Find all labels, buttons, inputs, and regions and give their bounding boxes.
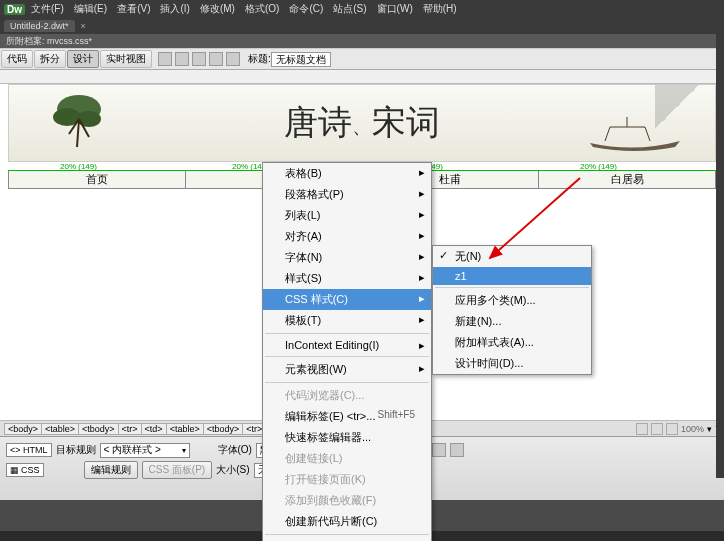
arrow-annotation bbox=[470, 170, 590, 270]
ctx-item-2[interactable]: 列表(L)▸ bbox=[263, 205, 431, 226]
view-design-button[interactable]: 设计 bbox=[67, 50, 99, 68]
target-rule-select[interactable]: < 内联样式 >▾ bbox=[100, 443, 190, 458]
nav-cell-home[interactable]: 首页 bbox=[9, 171, 186, 189]
svg-line-4 bbox=[490, 178, 580, 258]
banner-title-a: 唐诗 bbox=[284, 104, 352, 141]
menu-edit[interactable]: 编辑(E) bbox=[70, 2, 111, 16]
close-tab-icon[interactable]: × bbox=[81, 21, 86, 31]
document-tabs: Untitled-2.dwt* × bbox=[0, 18, 724, 34]
ctx-item-21[interactable]: 剪切(U) bbox=[263, 537, 431, 541]
ctx-sub-item-6[interactable]: 设计时间(D)... bbox=[433, 353, 591, 374]
ctx-item-3[interactable]: 对齐(A)▸ bbox=[263, 226, 431, 247]
ctx-item-9[interactable]: InContext Editing(I)▸ bbox=[263, 336, 431, 354]
document-tab[interactable]: Untitled-2.dwt* bbox=[4, 20, 75, 32]
submenu-arrow-icon: ▸ bbox=[419, 229, 425, 242]
refresh-icon[interactable] bbox=[192, 52, 206, 66]
options-icon[interactable] bbox=[226, 52, 240, 66]
edit-rule-button[interactable]: 编辑规则 bbox=[84, 461, 138, 479]
tag-tbody[interactable]: <tbody> bbox=[78, 423, 119, 435]
tag-td[interactable]: <td> bbox=[141, 423, 167, 435]
banner-title-b: 宋词 bbox=[372, 104, 440, 141]
submenu-arrow-icon: ▸ bbox=[419, 313, 425, 326]
check-icon: ✓ bbox=[439, 249, 448, 262]
view-code-button[interactable]: 代码 bbox=[1, 50, 33, 68]
target-rule-label: 目标规则 bbox=[56, 443, 96, 457]
view-split-button[interactable]: 拆分 bbox=[34, 50, 66, 68]
shortcut-label: Shift+F5 bbox=[377, 409, 415, 420]
ctx-sub-item-5[interactable]: 附加样式表(A)... bbox=[433, 332, 591, 353]
chevron-down-icon[interactable]: ▾ bbox=[707, 424, 712, 434]
ctx-item-15[interactable]: 快速标签编辑器... bbox=[263, 427, 431, 448]
banner: 唐诗、宋词 bbox=[8, 84, 716, 162]
menu-commands[interactable]: 命令(C) bbox=[285, 2, 327, 16]
toolbar-icons bbox=[158, 52, 240, 66]
menu-site[interactable]: 站点(S) bbox=[329, 2, 370, 16]
ctx-item-13: 代码浏览器(C)... bbox=[263, 385, 431, 406]
ctx-item-11[interactable]: 元素视图(W)▸ bbox=[263, 359, 431, 380]
tag-table[interactable]: <table> bbox=[41, 423, 79, 435]
context-menu[interactable]: 表格(B)▸段落格式(P)▸列表(L)▸对齐(A)▸字体(N)▸样式(S)▸CS… bbox=[262, 162, 432, 541]
ctx-item-0[interactable]: 表格(B)▸ bbox=[263, 163, 431, 184]
submenu-arrow-icon: ▸ bbox=[419, 250, 425, 263]
menu-insert[interactable]: 插入(I) bbox=[156, 2, 193, 16]
related-file-label[interactable]: 所附档案: mvcss.css* bbox=[6, 35, 92, 48]
measure-col-1: 20% (149) bbox=[60, 162, 97, 171]
hand-tool-icon[interactable] bbox=[651, 423, 663, 435]
ctx-item-18: 添加到颜色收藏(F) bbox=[263, 490, 431, 511]
ctx-item-16: 创建链接(L) bbox=[263, 448, 431, 469]
submenu-arrow-icon: ▸ bbox=[419, 166, 425, 179]
submenu-arrow-icon: ▸ bbox=[419, 187, 425, 200]
ctx-sep-20 bbox=[265, 534, 429, 535]
tag-table-2[interactable]: <table> bbox=[166, 423, 204, 435]
boat-decoration bbox=[585, 113, 685, 153]
ctx-sub-sep-2 bbox=[435, 287, 589, 288]
zoom-tool-icon[interactable] bbox=[666, 423, 678, 435]
align-justify-icon[interactable] bbox=[450, 443, 464, 457]
menubar: Dw 文件(F) 编辑(E) 查看(V) 插入(I) 修改(M) 格式(O) 命… bbox=[0, 0, 724, 18]
tag-path[interactable]: <body><table><tbody><tr><td><table><tbod… bbox=[4, 424, 265, 434]
submenu-arrow-icon: ▸ bbox=[419, 339, 425, 352]
tree-decoration bbox=[49, 89, 109, 149]
menu-window[interactable]: 窗口(W) bbox=[373, 2, 417, 16]
title-label: 标题: bbox=[248, 52, 271, 66]
ctx-item-19[interactable]: 创建新代码片断(C) bbox=[263, 511, 431, 532]
menu-help[interactable]: 帮助(H) bbox=[419, 2, 461, 16]
nav-icon[interactable] bbox=[209, 52, 223, 66]
tag-tbody-2[interactable]: <tbody> bbox=[203, 423, 244, 435]
size-label: 大小(S) bbox=[216, 463, 249, 477]
menu-modify[interactable]: 修改(M) bbox=[196, 2, 239, 16]
svg-point-2 bbox=[77, 111, 101, 127]
ctx-item-7[interactable]: 模板(T)▸ bbox=[263, 310, 431, 331]
menu-format[interactable]: 格式(O) bbox=[241, 2, 283, 16]
related-files-bar: 所附档案: mvcss.css* bbox=[0, 34, 724, 48]
ctx-sep-12 bbox=[265, 382, 429, 383]
select-tool-icon[interactable] bbox=[636, 423, 648, 435]
ctx-sub-item-3[interactable]: 应用多个类(M)... bbox=[433, 290, 591, 311]
zoom-value[interactable]: 100% bbox=[681, 424, 704, 434]
ctx-sub-item-4[interactable]: 新建(N)... bbox=[433, 311, 591, 332]
title-input[interactable]: 无标题文档 bbox=[271, 52, 331, 67]
preview-icon[interactable] bbox=[175, 52, 189, 66]
ctx-item-4[interactable]: 字体(N)▸ bbox=[263, 247, 431, 268]
ctx-item-17: 打开链接页面(K) bbox=[263, 469, 431, 490]
ctx-item-5[interactable]: 样式(S)▸ bbox=[263, 268, 431, 289]
ctx-sep-10 bbox=[265, 356, 429, 357]
submenu-arrow-icon: ▸ bbox=[419, 271, 425, 284]
html-mode-button[interactable]: <> HTML bbox=[6, 443, 52, 457]
tag-tr[interactable]: <tr> bbox=[118, 423, 142, 435]
submenu-arrow-icon: ▸ bbox=[419, 292, 425, 305]
ctx-item-14[interactable]: 编辑标签(E) <tr>...Shift+F5 bbox=[263, 406, 431, 427]
css-panel-button[interactable]: CSS 面板(P) bbox=[142, 461, 213, 479]
ctx-item-1[interactable]: 段落格式(P)▸ bbox=[263, 184, 431, 205]
menu-view[interactable]: 查看(V) bbox=[113, 2, 154, 16]
tag-body[interactable]: <body> bbox=[4, 423, 42, 435]
align-right-icon[interactable] bbox=[432, 443, 446, 457]
view-live-button[interactable]: 实时视图 bbox=[100, 50, 152, 68]
inspect-icon[interactable] bbox=[158, 52, 172, 66]
panel-strip[interactable] bbox=[716, 18, 724, 478]
ctx-item-6[interactable]: CSS 样式(C)▸ bbox=[263, 289, 431, 310]
menu-file[interactable]: 文件(F) bbox=[27, 2, 68, 16]
css-mode-button[interactable]: ▦ CSS bbox=[6, 463, 44, 477]
status-tools: 100% ▾ 7 bbox=[636, 423, 720, 435]
document-toolbar: 代码 拆分 设计 实时视图 标题: 无标题文档 bbox=[0, 48, 724, 70]
